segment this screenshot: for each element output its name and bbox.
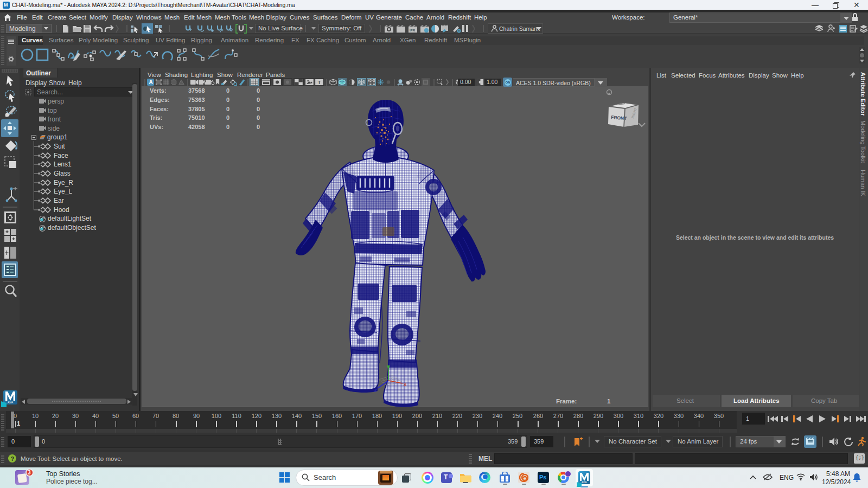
svg-text:AYA: AYA (8, 401, 14, 404)
svg-text:IPR: IPR (410, 29, 416, 32)
svg-text:Z: Z (374, 388, 377, 393)
svg-text:X: X (404, 382, 407, 387)
svg-text:AYA: AYA (582, 480, 587, 484)
